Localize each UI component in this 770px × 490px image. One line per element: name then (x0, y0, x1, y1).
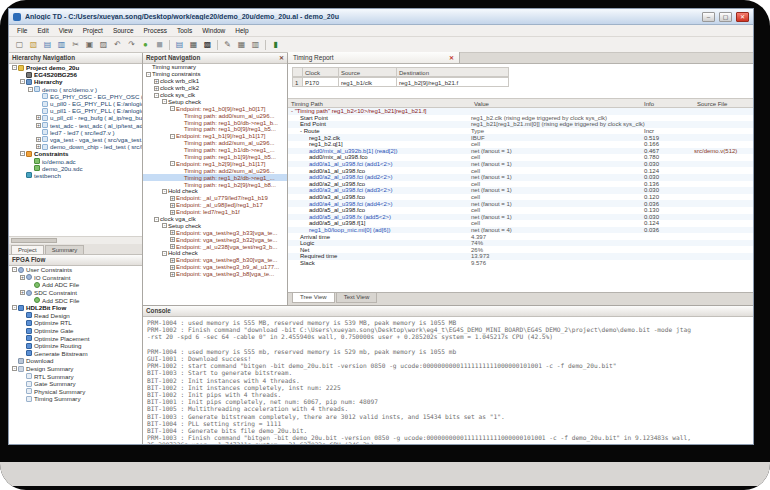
hierarchy-item[interactable]: testbench (9, 172, 142, 179)
expand-icon[interactable]: + (20, 275, 25, 280)
source-cell[interactable]: reg1_b1/clk (339, 77, 397, 87)
expand-icon[interactable]: + (170, 244, 175, 249)
collapse-icon[interactable]: - (28, 87, 33, 92)
tab-tree-view[interactable]: Tree View (292, 293, 335, 303)
flow-item[interactable]: Add SDC File (9, 296, 142, 304)
report-item[interactable]: Timing path: reg1_b2/db->reg1_... (143, 174, 287, 181)
report-item[interactable]: +Endpoint: vga_test/reg3_b8[vga_te... (143, 271, 287, 278)
collapse-icon[interactable]: - (170, 106, 175, 111)
close-tab-icon[interactable]: ✕ (449, 54, 454, 61)
collapse-icon[interactable]: - (20, 79, 25, 84)
minimize-button[interactable]: – (702, 12, 715, 22)
collapse-icon[interactable]: - (162, 223, 167, 228)
expand-icon[interactable]: + (36, 123, 41, 128)
expand-icon[interactable]: + (154, 79, 159, 84)
collapse-icon[interactable]: - (162, 251, 167, 256)
collapse-icon[interactable]: - (12, 366, 17, 371)
tab-project[interactable]: Project (11, 245, 44, 254)
timing-table-row[interactable]: End Pointreg1_b21[reg1_b21.mi[0]] (risin… (288, 121, 753, 128)
edit-icon[interactable]: ✎ (221, 38, 234, 51)
copy-icon[interactable]: ▣ (83, 38, 96, 51)
hierarchy-item[interactable]: -Hierarchy (9, 78, 142, 85)
report-item[interactable]: -clock vga_clk (143, 216, 287, 223)
report-item[interactable]: -Hold check (143, 250, 287, 257)
maximize-button[interactable]: ▢ (719, 12, 732, 22)
report-item[interactable]: +clock wrb_clk2 (143, 85, 287, 92)
flow-item[interactable]: Download (9, 357, 142, 365)
timing-table-row[interactable]: Arrival time4.397 (288, 233, 753, 240)
flow-item[interactable]: +IO Constraint (9, 274, 142, 282)
report-item[interactable]: Timing path: reg1_b0[9]/reg1_b5... (143, 126, 287, 133)
report-item[interactable]: Timing path: add2/sum_al_u296... (143, 167, 287, 174)
console-log[interactable]: PRM-1004 : used memory is 555 MB, reserv… (143, 317, 753, 444)
timing-table-row[interactable]: add0/a5_al_u398.fx (add5<2>)net (fanout … (288, 214, 753, 221)
pause-icon[interactable]: ◼ (153, 38, 166, 51)
collapse-icon[interactable]: - (20, 151, 25, 156)
expand-icon[interactable]: + (170, 258, 175, 263)
timing-table-row[interactable]: Slack9.576 (288, 260, 753, 267)
timing-table-row[interactable]: add0/a3_al_u398.fci (add3<2>)net (fanout… (288, 187, 753, 194)
flow-item[interactable]: Generate Bitstream (9, 350, 142, 358)
menu-help[interactable]: Help (230, 27, 253, 34)
report-item[interactable]: Timing path: reg1_b2[9]/reg1_b8... (143, 181, 287, 188)
tab-summary[interactable]: Summary (45, 245, 85, 254)
expand-icon[interactable]: + (170, 265, 175, 270)
flow-item[interactable]: -HDL2Bit Flow (9, 304, 142, 312)
timing-table-row[interactable]: add0/a1_al_u398.fcocell0.124 (288, 167, 753, 174)
collapse-icon[interactable]: - (146, 72, 151, 77)
expand-icon[interactable]: + (170, 196, 175, 201)
flow-item[interactable]: +SDC Constraint (9, 289, 142, 297)
flow-item[interactable]: Read Design (9, 312, 142, 320)
report-item[interactable]: -clock sys_clk (143, 92, 287, 99)
menu-source[interactable]: Source (108, 27, 139, 34)
hierarchy-item[interactable]: +demo_down_chip - led_test ( src/led_tes… (9, 143, 142, 150)
report-item[interactable]: +Endpoint: _al_u238[vga_test/reg3_b... (143, 243, 287, 250)
collapse-icon[interactable]: - (154, 93, 159, 98)
report-item[interactable]: -Endpoint: reg1_b2[9]/reg1_b1[17] (143, 160, 287, 167)
timing-table-row[interactable]: Required time13.973 (288, 253, 753, 260)
collapse-icon[interactable]: - (12, 65, 17, 70)
report-item[interactable]: Timing path: add0/sum_al_u296... (143, 112, 287, 119)
expand-icon[interactable]: + (170, 237, 175, 242)
timing-table-row[interactable]: add0/a3_al_u398.fcocell0.120 (288, 194, 753, 201)
timing-table-row[interactable]: add0/mix_al_u392b.b[1] (read[2])net (fan… (288, 148, 753, 155)
tab-text-view[interactable]: Text View (336, 293, 378, 303)
timing-table-row[interactable]: add0/mix_al_u398.fcocell0.780 (288, 154, 753, 161)
report-item[interactable]: Timing summary (143, 64, 287, 71)
collapse-icon[interactable]: - (154, 217, 159, 222)
expand-icon[interactable]: + (170, 272, 175, 277)
flow-item[interactable]: Add ADC File (9, 281, 142, 289)
hierarchy-item[interactable]: +test_adc - test_adc ( al_ip/test_adc.v … (9, 122, 142, 129)
menu-project[interactable]: Project (78, 27, 108, 34)
timing-table-row[interactable]: Net26% (288, 246, 753, 253)
expand-icon[interactable]: + (170, 210, 175, 215)
timing-table-row[interactable]: reg1_b2.q[1]cell0.166 (288, 141, 753, 148)
report-item[interactable]: Timing path: reg1_b1[9]/reg1_b5... (143, 154, 287, 161)
expand-icon[interactable]: + (36, 115, 41, 120)
clock-cell[interactable]: P170 (303, 77, 339, 87)
report-item[interactable]: -Hold check (143, 188, 287, 195)
timing-table-row[interactable]: Start Pointreg1_b2.clk (rising edge trig… (288, 115, 753, 122)
report-item[interactable]: +Endpoint: _al_u779/led7/reg1_b19 (143, 195, 287, 202)
redo-icon[interactable]: ↷ (125, 38, 138, 51)
hierarchy-item[interactable]: -Constraints (9, 150, 142, 157)
report-item[interactable]: +Endpoint: vga_test/reg3_b9_al_u177... (143, 264, 287, 271)
collapse-icon[interactable]: - (162, 99, 167, 104)
table-icon[interactable]: ▦ (235, 38, 248, 51)
flow-item[interactable]: RTL Summary (9, 372, 142, 380)
expand-icon[interactable]: + (170, 230, 175, 235)
menu-tools[interactable]: Tools (172, 27, 197, 34)
flow-item[interactable]: -User Constraints (9, 266, 142, 274)
hierarchy-item[interactable]: -Project demo_20u (9, 64, 142, 71)
flow-item[interactable]: -Design Summary (9, 365, 142, 373)
sim-doc-icon[interactable]: ▤ (173, 38, 186, 51)
summary-icon[interactable]: ▥ (249, 38, 262, 51)
horizontal-scrollbar[interactable] (9, 236, 142, 244)
flow-item[interactable]: Optimize Placement (9, 334, 142, 342)
expand-icon[interactable]: + (154, 86, 159, 91)
flow-item[interactable]: Optimize RTL (9, 319, 142, 327)
report-item[interactable]: Timing path: reg1_b0/db->reg1_b... (143, 119, 287, 126)
destination-cell[interactable]: reg1_b2[9]/reg1_b21.f (397, 77, 509, 87)
hierarchy-item[interactable]: EG_PHY_OSC - EG_PHY_OSC ( E:/anlogic/TD4… (9, 93, 142, 100)
report-item[interactable]: -Timing constraints (143, 71, 287, 78)
